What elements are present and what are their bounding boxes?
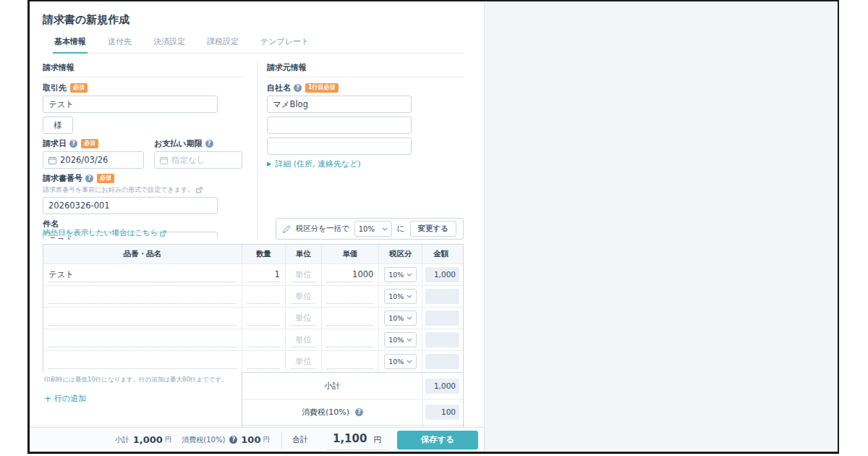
item-name-input[interactable] (48, 290, 237, 304)
item-name-input[interactable] (48, 355, 237, 369)
table-row: 10% (43, 350, 463, 372)
item-qty-input[interactable] (247, 290, 280, 304)
item-tax-select[interactable]: 10% (384, 267, 417, 282)
footer-tax-value: 100 (241, 434, 260, 445)
form-columns: 請求情報 取引先 必須 請求日 ? 必須 (43, 62, 484, 240)
header-unit-price: 単価 (321, 245, 379, 263)
issuer-details-label: 詳細 (住所, 連絡先など) (275, 159, 361, 169)
footer-tax-label: 消費税(10%) (182, 435, 225, 445)
company-name-input-line1[interactable] (267, 96, 412, 113)
invoice-no-input[interactable] (43, 197, 218, 214)
item-tax-value: 10% (388, 314, 404, 322)
first-line-required-badge: 1行目必須 (305, 83, 339, 92)
items-grid: 品番・品名 数量 単位 単価 税区分 金額 10% 1,000 (43, 244, 464, 372)
item-unit-input[interactable] (291, 268, 316, 282)
help-icon[interactable]: ? (355, 408, 363, 416)
item-tax-select[interactable]: 10% (384, 354, 417, 369)
item-tax-value: 10% (388, 336, 404, 344)
help-icon[interactable]: ? (205, 140, 213, 148)
required-badge: 必須 (81, 139, 98, 148)
due-date-placeholder: 指定なし (171, 155, 205, 166)
invoice-date-label: 請求日 (43, 138, 67, 149)
help-icon[interactable]: ? (294, 84, 302, 92)
tab-tax-settings[interactable]: 課税設定 (205, 36, 240, 53)
plus-icon: + (44, 394, 51, 404)
item-tax-select[interactable]: 10% (384, 332, 417, 347)
honorific-input[interactable] (43, 117, 73, 134)
issuer-details-toggle[interactable]: ▶ 詳細 (住所, 連絡先など) (267, 159, 464, 169)
company-name-label: 自社名 (267, 83, 291, 93)
item-qty-input[interactable] (247, 355, 280, 369)
add-row-button[interactable]: + 行の追加 (44, 393, 234, 404)
footer-divider (281, 431, 282, 449)
item-unit-input[interactable] (291, 355, 316, 369)
invoice-no-label-row: 請求書番号 ? 必須 (43, 173, 257, 184)
item-price-input[interactable] (327, 311, 374, 326)
client-input[interactable] (43, 96, 218, 113)
issuer-info-section: 請求元情報 自社名 ? 1行目必須 ▶ 詳細 (住所, 連絡先など) (267, 62, 464, 240)
item-tax-select[interactable]: 10% (384, 289, 417, 304)
item-name-input[interactable] (48, 268, 237, 282)
due-date-field: お支払い期限 ? 指定なし (154, 138, 242, 169)
subtotal-row: 小計 1,000 (242, 373, 463, 399)
disclosure-triangle-icon: ▶ (267, 161, 271, 167)
item-price-input[interactable] (327, 268, 374, 282)
tab-basic-info[interactable]: 基本情報 (53, 36, 88, 54)
bulk-tax-apply-button[interactable]: 変更する (410, 221, 457, 237)
chevron-down-icon (407, 338, 412, 342)
header-item-name: 品番・品名 (43, 245, 242, 263)
invoice-date-input[interactable]: 2026/03/26 (43, 151, 144, 169)
item-name-input[interactable] (48, 333, 237, 347)
help-icon[interactable]: ? (229, 436, 237, 444)
invoice-date-label-row: 請求日 ? 必須 (43, 138, 144, 149)
bulk-tax-select[interactable]: 10% (354, 221, 392, 237)
bulk-tax-change-box: 税区分を一括で 10% に 変更する (276, 218, 464, 240)
calendar-icon (48, 156, 56, 164)
delivery-date-link-text: 納品日を表示したい場合はこちら (43, 228, 158, 238)
client-label: 取引先 (43, 83, 67, 93)
item-tax-select[interactable]: 10% (384, 311, 417, 326)
item-qty-input[interactable] (247, 311, 280, 326)
invoice-app-panel: 請求書の新規作成 基本情報 送付先 決済設定 課税設定 テンプレート 請求情報 … (30, 1, 484, 452)
due-date-label: お支払い期限 (154, 138, 203, 149)
due-date-input[interactable]: 指定なし (154, 151, 242, 169)
required-badge: 必須 (70, 83, 88, 92)
footer-subtotal-currency: 円 (165, 435, 172, 444)
delivery-date-link[interactable]: 納品日を表示したい場合はこちら (43, 228, 166, 238)
billing-info-section: 請求情報 取引先 必須 請求日 ? 必須 (43, 62, 258, 240)
chevron-down-icon (407, 360, 412, 363)
tab-bar: 基本情報 送付先 決済設定 課税設定 テンプレート (53, 36, 464, 54)
company-name-input-line2[interactable] (267, 117, 412, 134)
sticky-footer-bar: 小計 1,000 円 消費税(10%) ? 100 円 合計 1,100 円 保… (30, 427, 484, 452)
save-button[interactable]: 保存する (397, 431, 478, 449)
item-name-input[interactable] (48, 311, 237, 326)
item-price-input[interactable] (327, 333, 374, 347)
tab-payment-settings[interactable]: 決済設定 (152, 36, 187, 53)
company-name-label-row: 自社名 ? 1行目必須 (267, 83, 464, 93)
item-price-input[interactable] (327, 355, 374, 369)
table-header-row: 品番・品名 数量 単位 単価 税区分 金額 (43, 245, 463, 263)
footer-subtotal-label: 小計 (115, 435, 129, 445)
subtotal-label: 小計 (242, 373, 422, 399)
tab-template[interactable]: テンプレート (259, 36, 310, 53)
table-row: 10% (43, 285, 463, 307)
company-name-input-line3[interactable] (267, 138, 412, 155)
tab-destination[interactable]: 送付先 (106, 36, 133, 53)
bulk-tax-suffix: に (397, 224, 405, 234)
page-title: 請求書の新規作成 (43, 13, 484, 27)
item-qty-input[interactable] (247, 268, 280, 282)
line-items-table: 品番・品名 数量 単位 単価 税区分 金額 10% 1,000 (43, 244, 464, 452)
footer-subtotal-value: 1,000 (133, 434, 163, 445)
external-link-icon[interactable] (196, 187, 203, 193)
header-amount: 金額 (422, 245, 463, 263)
external-link-icon (160, 230, 166, 237)
subtotal-readonly: 1,000 (425, 379, 459, 394)
item-qty-input[interactable] (247, 333, 280, 347)
item-unit-input[interactable] (291, 290, 316, 304)
item-unit-input[interactable] (291, 333, 316, 347)
help-icon[interactable]: ? (69, 140, 77, 148)
issuer-info-heading: 請求元情報 (267, 62, 464, 77)
item-price-input[interactable] (327, 290, 374, 304)
item-unit-input[interactable] (291, 311, 316, 326)
help-icon[interactable]: ? (85, 174, 93, 182)
